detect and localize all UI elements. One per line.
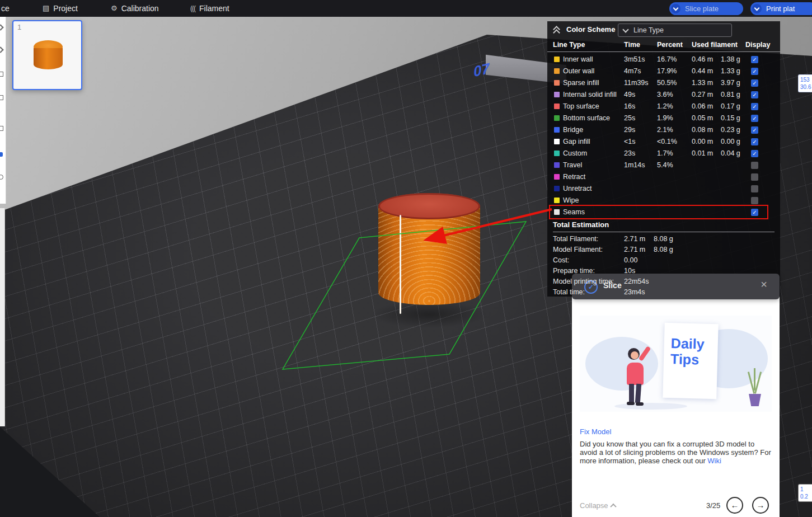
line-type-row: Internal solid infill 49s 3.6% 0.27 m 0.… bbox=[547, 89, 780, 101]
display-checkbox[interactable]: ✓ bbox=[751, 91, 758, 98]
line-type-used-grams: 0.00 g bbox=[721, 136, 740, 148]
line-type-color-swatch bbox=[554, 151, 560, 156]
line-type-time: 16s bbox=[624, 101, 635, 112]
edit-tool-icon[interactable] bbox=[0, 95, 3, 100]
chevron-icon[interactable] bbox=[0, 46, 4, 53]
line-type-label: Sparse infill bbox=[563, 77, 599, 89]
line-type-used-meters: 0.01 m bbox=[692, 148, 713, 159]
person-illustration bbox=[636, 402, 644, 406]
display-checkbox[interactable]: ✓ bbox=[751, 68, 758, 75]
search-icon[interactable] bbox=[0, 175, 3, 180]
print-plate-label: Print plat bbox=[766, 2, 795, 15]
line-type-color-swatch bbox=[554, 127, 560, 133]
left-toolbar[interactable] bbox=[0, 17, 6, 204]
color-scheme-title: Color Scheme bbox=[566, 21, 615, 38]
line-type-rows: Inner wall 3m51s 16.7% 0.46 m 1.38 g ✓ O… bbox=[547, 54, 780, 218]
line-type-percent: 1.2% bbox=[657, 101, 673, 112]
line-type-percent: 5.4% bbox=[657, 159, 673, 171]
line-type-time: 25s bbox=[624, 112, 635, 124]
display-checkbox[interactable]: ✓ bbox=[751, 209, 758, 216]
estimation-value-1: 10s bbox=[624, 266, 635, 276]
col-display: Display bbox=[745, 38, 770, 51]
menu-calibration[interactable]: ⚙ Calibration bbox=[111, 0, 159, 17]
daily-tips-text: Did you know that you can fix a corrupte… bbox=[580, 440, 771, 465]
line-type-row: Seams ✓ bbox=[547, 206, 780, 218]
line-type-row: Inner wall 3m51s 16.7% 0.46 m 1.38 g ✓ bbox=[547, 54, 780, 65]
total-estimation-rows: Total Filament: 2.71 m 8.08 g Model Fila… bbox=[547, 234, 780, 298]
line-type-label: Gap infill bbox=[563, 136, 590, 148]
line-type-table-header: Line Type Time Percent Used filament Dis… bbox=[547, 38, 780, 52]
estimation-value-2: 8.08 g bbox=[654, 234, 673, 245]
estimation-value-2: 8.08 g bbox=[654, 245, 673, 255]
line-type-row: Travel 1m14s 5.4% bbox=[547, 159, 780, 171]
active-tool-icon[interactable] bbox=[0, 152, 3, 157]
person-illustration bbox=[629, 384, 634, 403]
slice-dropdown-icon[interactable] bbox=[671, 4, 680, 13]
layers-tool-icon[interactable] bbox=[0, 126, 3, 131]
estimation-row: Prepare time: 10s bbox=[547, 266, 780, 276]
display-checkbox[interactable] bbox=[751, 162, 758, 169]
plate-thumbnail-card[interactable]: 1 bbox=[12, 20, 82, 90]
line-type-color-swatch bbox=[554, 186, 560, 191]
slice-plate-button[interactable]: Slice plate bbox=[669, 2, 743, 15]
line-type-used-meters: 0.27 m bbox=[692, 89, 713, 101]
line-type-time: 23s bbox=[624, 148, 635, 159]
select-tool-icon[interactable] bbox=[0, 72, 3, 77]
display-checkbox[interactable] bbox=[751, 185, 758, 192]
estimation-label: Model printing time: bbox=[553, 276, 614, 287]
display-checkbox[interactable]: ✓ bbox=[751, 138, 758, 145]
fix-model-link[interactable]: Fix Model bbox=[580, 427, 611, 436]
menu-filament[interactable]: ((( Filament bbox=[190, 0, 229, 17]
line-type-percent: <0.1% bbox=[657, 136, 677, 148]
line-type-color-swatch bbox=[554, 68, 560, 74]
line-type-label: Bottom surface bbox=[563, 112, 610, 124]
col-time: Time bbox=[624, 38, 640, 51]
measurement-widget-top: 153 30.6 bbox=[798, 74, 812, 92]
color-scheme-dropdown[interactable]: Line Type bbox=[618, 24, 732, 37]
estimation-row: Total time: 23m4s bbox=[547, 287, 780, 298]
display-checkbox[interactable]: ✓ bbox=[751, 150, 758, 157]
daily-tips-poster: Daily Tips bbox=[663, 323, 718, 399]
gear-icon: ⚙ bbox=[111, 0, 118, 17]
display-checkbox[interactable] bbox=[751, 197, 758, 204]
print-dropdown-icon[interactable] bbox=[752, 4, 762, 13]
next-tip-button[interactable]: → bbox=[752, 497, 769, 514]
menu-label: Filament bbox=[199, 0, 229, 17]
tips-pager-count: 3/25 bbox=[706, 501, 720, 510]
menu-label: Project bbox=[53, 0, 78, 17]
line-type-row: Custom 23s 1.7% 0.01 m 0.04 g ✓ bbox=[547, 148, 780, 159]
display-checkbox[interactable]: ✓ bbox=[751, 79, 758, 87]
line-type-label: Internal solid infill bbox=[563, 89, 617, 101]
estimation-row: Total Filament: 2.71 m 8.08 g bbox=[547, 234, 780, 245]
chevron-icon[interactable] bbox=[0, 24, 4, 30]
display-checkbox[interactable] bbox=[751, 173, 758, 181]
display-checkbox[interactable]: ✓ bbox=[751, 115, 758, 122]
line-type-time: 3m51s bbox=[624, 54, 645, 65]
menu-device-partial[interactable]: ce bbox=[1, 0, 10, 17]
model-cylinder-body[interactable] bbox=[378, 206, 480, 305]
previous-tip-button[interactable]: ← bbox=[726, 497, 743, 514]
estimation-label: Cost: bbox=[553, 255, 569, 266]
line-type-percent: 2.1% bbox=[657, 124, 673, 136]
wiki-link[interactable]: Wiki bbox=[707, 457, 721, 465]
model-cylinder-top-surface[interactable] bbox=[378, 193, 480, 219]
estimation-value-1: 0.00 bbox=[624, 255, 637, 266]
print-plate-button[interactable]: Print plat bbox=[750, 2, 812, 15]
left-side-panel-edge bbox=[0, 208, 5, 426]
line-type-row: Bridge 29s 2.1% 0.08 m 0.23 g ✓ bbox=[547, 124, 780, 136]
collapse-button[interactable]: Collapse bbox=[580, 501, 616, 510]
chevron-down-icon bbox=[622, 26, 628, 32]
menu-label: Calibration bbox=[121, 0, 159, 17]
daily-tips-poster-title: Daily Tips bbox=[670, 335, 714, 368]
menu-project[interactable]: ▤ Project bbox=[43, 0, 78, 17]
daily-tips-card: Daily Tips Fix Model Did you know that y… bbox=[572, 297, 780, 517]
measurement-value: 30.6 bbox=[800, 83, 812, 91]
line-type-time: 1m14s bbox=[624, 159, 645, 171]
display-checkbox[interactable]: ✓ bbox=[751, 126, 758, 134]
display-checkbox[interactable]: ✓ bbox=[751, 103, 758, 110]
line-type-used-meters: 1.33 m bbox=[692, 77, 713, 89]
measurement-value: 153 bbox=[800, 76, 812, 83]
person-illustration bbox=[635, 384, 641, 403]
display-checkbox[interactable]: ✓ bbox=[751, 56, 758, 63]
line-type-color-swatch bbox=[554, 174, 560, 180]
